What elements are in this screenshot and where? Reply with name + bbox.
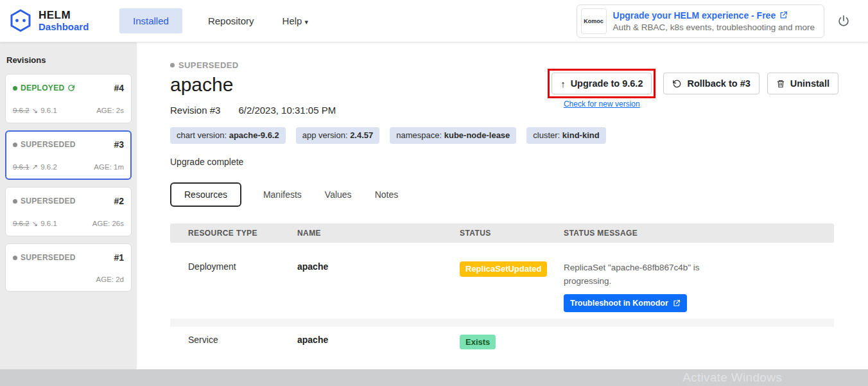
revision-number: #2 [114, 196, 124, 206]
sidebar-title: Revisions [5, 55, 132, 65]
tab-notes[interactable]: Notes [374, 184, 400, 206]
komodor-promo-banner[interactable]: Komoc Upgrade your HELM experience - Fre… [577, 4, 824, 38]
revision-versions: 9.6.1 ↗ 9.6.2 [13, 162, 57, 171]
status-dot [13, 143, 17, 147]
table-row: Deployment apache ReplicaSetUpdated Repl… [170, 251, 834, 319]
revision-status: SUPERSEDED [13, 253, 76, 262]
revision-versions: 9.6.2 ↘ 9.6.1 [13, 219, 57, 228]
revision-status: SUPERSEDED [13, 140, 76, 149]
old-version: 9.6.1 [13, 163, 30, 171]
helm-dashboard-logo[interactable]: HELM Dashboard [0, 8, 110, 34]
promo-link[interactable]: Upgrade your HELM experience - Free [613, 10, 815, 21]
nav-tab-help[interactable]: Help▾ [280, 8, 311, 33]
revision-datetime: 6/2/2023, 10:31:05 PM [238, 105, 336, 116]
chip-app-version: app version: 2.4.57 [296, 127, 380, 144]
old-version: 9.6.2 [13, 107, 30, 114]
komodor-logo: Komoc [581, 8, 607, 34]
tab-values[interactable]: Values [324, 184, 353, 206]
release-detail-panel: SUPERSEDED apache Revision #3 6/2/2023, … [137, 42, 868, 369]
column-header: RESOURCE TYPE [188, 229, 297, 238]
status-badge: ReplicaSetUpdated [460, 261, 547, 277]
chip-namespace: namespace: kube-node-lease [390, 127, 516, 144]
check-new-version-link[interactable]: Check for new version [564, 100, 640, 109]
new-version: 9.6.2 [40, 163, 57, 171]
top-navbar: HELM Dashboard Installed Repository Help… [0, 0, 868, 42]
power-button[interactable] [837, 15, 850, 28]
nav-tab-repository[interactable]: Repository [205, 8, 257, 33]
cell-resource-type: Deployment [188, 261, 297, 272]
revision-status: DEPLOYED [13, 83, 75, 92]
revision-card-2[interactable]: SUPERSEDED #2 9.6.2 ↘ 9.6.1 AGE: 26s [5, 187, 132, 236]
table-header-row: RESOURCE TYPE NAME STATUS STATUS MESSAGE [170, 224, 834, 243]
version-change-arrow: ↘ [32, 106, 39, 115]
cell-name: apache [297, 335, 460, 345]
revision-age: AGE: 2s [96, 107, 124, 114]
external-link-icon [673, 299, 681, 307]
status-dot [13, 86, 17, 91]
logo-subtitle: Dashboard [39, 22, 89, 33]
release-metadata-chips: chart version: apache-9.6.2 app version:… [170, 127, 838, 144]
reload-icon[interactable] [67, 84, 75, 92]
tab-manifests[interactable]: Manifests [262, 184, 303, 206]
uninstall-button[interactable]: Uninstall [767, 73, 838, 94]
new-version: 9.6.1 [40, 220, 57, 227]
column-header: STATUS MESSAGE [564, 229, 834, 238]
revision-number: #1 [114, 252, 124, 263]
status-dot [13, 199, 17, 204]
revision-versions: 9.6.2 ↘ 9.6.1 [13, 106, 57, 115]
promo-subtitle: Auth & RBAC, k8s events, troubleshooting… [613, 22, 815, 32]
status-badge: Exists [460, 335, 496, 350]
cell-status-message: ReplicaSet "apache-68fb867c4b" is progre… [564, 261, 705, 288]
resources-table: RESOURCE TYPE NAME STATUS STATUS MESSAGE… [170, 224, 834, 357]
release-description: Upgrade complete [170, 157, 838, 167]
revision-card-3[interactable]: SUPERSEDED #3 9.6.1 ↗ 9.6.2 AGE: 1m [5, 130, 132, 180]
helm-logo-icon [8, 8, 33, 34]
rollback-button[interactable]: Rollback to #3 [663, 73, 759, 94]
revision-label: Revision #3 [170, 105, 220, 116]
old-version: 9.6.2 [13, 220, 30, 227]
annotation-highlight: ↑ Upgrade to 9.6.2 [548, 69, 655, 98]
main-nav: Installed Repository Help▾ [119, 8, 311, 33]
up-arrow-icon: ↑ [560, 78, 566, 89]
detail-tabs: Resources Manifests Values Notes [170, 182, 838, 207]
revision-card-4[interactable]: DEPLOYED #4 9.6.2 ↘ 9.6.1 AGE: 2s [5, 74, 132, 123]
chip-cluster: cluster: kind-kind [526, 127, 605, 144]
revision-number: #4 [114, 83, 124, 93]
tab-resources[interactable]: Resources [170, 182, 241, 207]
revision-status: SUPERSEDED [13, 197, 76, 206]
status-dot [13, 256, 17, 260]
troubleshoot-button[interactable]: Troubleshoot in Komodor [564, 294, 687, 312]
upgrade-button[interactable]: ↑ Upgrade to 9.6.2 [551, 73, 652, 94]
cell-resource-type: Service [188, 335, 297, 345]
power-icon [837, 15, 850, 28]
trash-icon [776, 79, 785, 89]
revision-card-1[interactable]: SUPERSEDED #1 AGE: 2d [5, 243, 132, 292]
column-header: STATUS [460, 229, 564, 238]
revision-age: AGE: 1m [94, 163, 124, 171]
revision-age: AGE: 26s [92, 220, 124, 227]
version-change-arrow: ↗ [32, 162, 39, 171]
nav-tab-installed[interactable]: Installed [119, 8, 182, 33]
status-dot [170, 63, 175, 67]
chevron-down-icon: ▾ [304, 18, 308, 26]
table-row: Service apache Exists [170, 327, 834, 358]
rollback-icon [672, 79, 682, 89]
revision-age: AGE: 2d [96, 276, 124, 283]
new-version: 9.6.1 [40, 107, 57, 114]
cell-name: apache [297, 261, 460, 272]
chip-chart-version: chart version: apache-9.6.2 [170, 127, 286, 144]
revisions-sidebar: Revisions DEPLOYED #4 9.6.2 ↘ 9.6.1 AGE:… [0, 42, 137, 369]
row-divider [170, 319, 834, 327]
revision-number: #3 [114, 139, 124, 150]
external-link-icon [779, 11, 788, 19]
version-change-arrow: ↘ [32, 219, 39, 228]
column-header: NAME [297, 229, 460, 238]
activate-windows-watermark: Activate Windows [682, 371, 782, 385]
release-actions: ↑ Upgrade to 9.6.2 Check for new version… [548, 69, 838, 109]
logo-title: HELM [39, 10, 89, 22]
